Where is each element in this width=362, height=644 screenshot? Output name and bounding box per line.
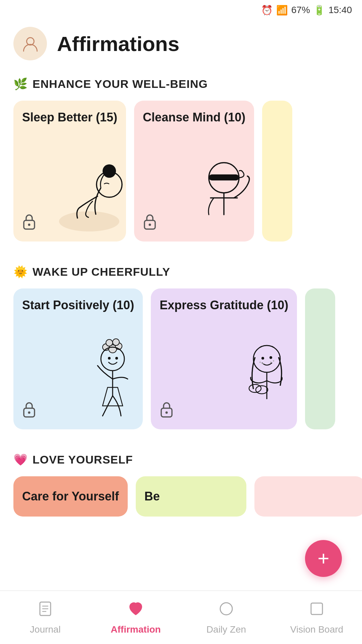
- card-express-gratitude[interactable]: Express Gratitude (10): [151, 288, 297, 429]
- cards-enhance: Sleep Better (15): [13, 101, 349, 245]
- affirmation-icon: [127, 600, 144, 622]
- cards-wakeup: Start Positively (10): [13, 288, 349, 433]
- svg-rect-36: [311, 603, 322, 614]
- header: Affirmations: [0, 20, 362, 64]
- svg-point-11: [28, 412, 31, 414]
- section-enhance: 🌿 ENHANCE YOUR WELL-BEING Sleep Better (…: [0, 64, 362, 245]
- section-wakeup: 🌞 WAKE UP CHEERFULLY Start Positively (1…: [0, 245, 362, 433]
- svg-point-29: [270, 362, 272, 363]
- svg-point-2: [28, 224, 31, 226]
- card-be[interactable]: Be: [136, 476, 246, 517]
- vision-board-icon: [308, 600, 325, 622]
- svg-point-15: [106, 339, 113, 346]
- lock-icon-sleep: [22, 214, 36, 233]
- nav-item-daily-zen[interactable]: Daily Zen: [193, 600, 260, 635]
- clock: 15:40: [328, 5, 352, 15]
- svg-point-19: [115, 357, 118, 360]
- illustration-sleep: [52, 141, 126, 241]
- illustration-cleanse: [180, 141, 254, 241]
- card-title-cleanse: Cleanse Mind (10): [143, 110, 245, 124]
- card-cleanse-mind[interactable]: Cleanse Mind (10): [134, 101, 254, 241]
- fab-plus-icon: +: [317, 548, 329, 569]
- section-title-wakeup: 🌞 WAKE UP CHEERFULLY: [13, 265, 349, 278]
- svg-point-24: [269, 356, 272, 359]
- card-title-express: Express Gratitude (10): [160, 298, 288, 312]
- section-title-love: 💗 LOVE YOURSELF: [13, 453, 349, 466]
- nav-item-vision-board[interactable]: Vision Board: [283, 600, 350, 635]
- card-start-positively[interactable]: Start Positively (10): [13, 288, 143, 429]
- nav-label-vision-board: Vision Board: [290, 624, 343, 635]
- section-title-enhance: 🌿 ENHANCE YOUR WELL-BEING: [13, 77, 349, 91]
- section-love: 💗 LOVE YOURSELF Care for Yourself Be: [0, 433, 362, 520]
- svg-point-22: [253, 345, 280, 372]
- lock-icon-express: [160, 401, 174, 421]
- love-emoji: 💗: [13, 453, 28, 466]
- svg-point-26: [256, 386, 268, 394]
- cards-love: Care for Yourself Be: [13, 476, 349, 520]
- svg-rect-9: [209, 174, 239, 180]
- card-title-start: Start Positively (10): [22, 298, 134, 312]
- svg-point-25: [249, 384, 261, 392]
- svg-point-16: [113, 339, 119, 345]
- battery-icon: 🔋: [313, 5, 325, 16]
- svg-point-18: [108, 357, 111, 360]
- svg-point-0: [26, 38, 34, 45]
- lock-icon-cleanse: [143, 214, 157, 233]
- main-content: 🌿 ENHANCE YOUR WELL-BEING Sleep Better (…: [0, 64, 362, 580]
- svg-point-35: [220, 603, 232, 615]
- nav-label-affirmation: Affirmation: [111, 624, 161, 635]
- card-partial-1[interactable]: [262, 101, 292, 241]
- bottom-nav: Journal Affirmation Daily Zen Vision Boa…: [0, 590, 362, 644]
- nav-label-journal: Journal: [30, 624, 61, 635]
- card-sleep-better[interactable]: Sleep Better (15): [13, 101, 126, 241]
- card-title-be: Be: [144, 489, 160, 503]
- nav-label-daily-zen: Daily Zen: [206, 624, 246, 635]
- svg-point-7: [149, 224, 151, 226]
- nav-item-journal[interactable]: Journal: [12, 600, 79, 635]
- avatar[interactable]: [13, 27, 47, 60]
- svg-point-21: [166, 412, 168, 414]
- svg-point-30: [273, 360, 274, 362]
- illustration-start: [69, 329, 143, 429]
- status-bar: ⏰ 📶 67% 🔋 15:40: [0, 0, 362, 20]
- wifi-icon: 📶: [276, 5, 288, 16]
- lock-icon-start: [22, 401, 36, 421]
- svg-point-28: [262, 363, 263, 364]
- status-bar-right: ⏰ 📶 67% 🔋 15:40: [261, 5, 352, 16]
- daily-zen-icon: [218, 600, 235, 622]
- journal-icon: [37, 600, 54, 622]
- svg-point-27: [259, 362, 261, 363]
- battery-percent: 67%: [291, 5, 310, 15]
- card-partial-3[interactable]: [254, 476, 362, 517]
- card-title-sleep: Sleep Better (15): [22, 110, 117, 124]
- wakeup-emoji: 🌞: [13, 265, 28, 278]
- svg-point-5: [103, 164, 116, 178]
- card-title-care: Care for Yourself: [22, 489, 119, 503]
- card-partial-2[interactable]: [305, 288, 335, 429]
- card-care-yourself[interactable]: Care for Yourself: [13, 476, 128, 517]
- alarm-icon: ⏰: [261, 5, 273, 16]
- svg-point-3: [59, 211, 119, 231]
- illustration-express: [223, 329, 297, 429]
- enhance-emoji: 🌿: [13, 77, 28, 91]
- nav-item-affirmation[interactable]: Affirmation: [102, 600, 169, 635]
- page-title: Affirmations: [57, 32, 179, 56]
- svg-point-23: [261, 357, 264, 360]
- fab-add-button[interactable]: +: [305, 540, 342, 577]
